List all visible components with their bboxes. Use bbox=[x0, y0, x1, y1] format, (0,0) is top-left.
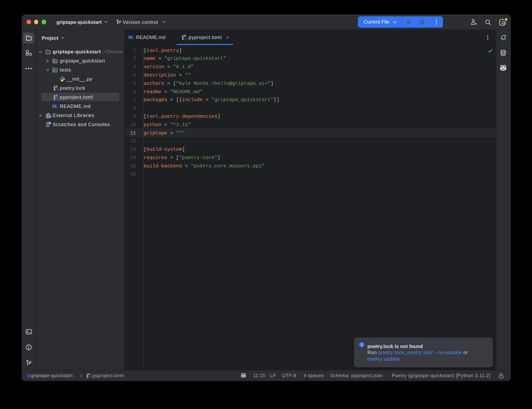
svg-text:[T]: [T] bbox=[88, 376, 91, 378]
svg-text:[T]: [T] bbox=[55, 88, 59, 91]
svg-text:[T]: [T] bbox=[55, 98, 59, 100]
svg-text:[T]: [T] bbox=[183, 38, 188, 40]
